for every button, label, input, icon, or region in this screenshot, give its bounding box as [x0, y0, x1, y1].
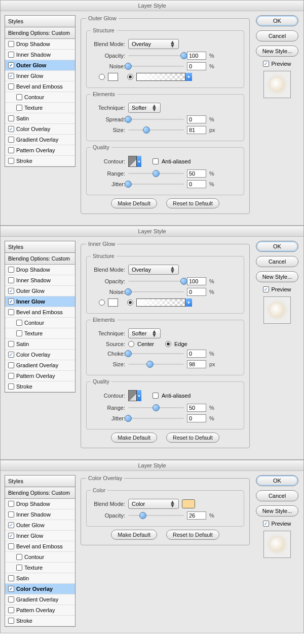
checkbox-icon[interactable]	[16, 105, 22, 111]
checkbox-icon[interactable]	[8, 522, 14, 528]
style-row-drop-shadow[interactable]: Drop Shadow	[5, 499, 75, 509]
style-row-inner-glow[interactable]: Inner Glow	[5, 296, 75, 307]
slider[interactable]	[128, 350, 184, 357]
preview-checkbox[interactable]: Preview	[263, 286, 291, 292]
preview-checkbox[interactable]: Preview	[263, 61, 291, 67]
dropdown[interactable]: Overlay▲▼	[128, 265, 179, 275]
spread-input[interactable]	[187, 115, 206, 123]
color-swatch[interactable]	[108, 73, 118, 81]
anti-aliased-checkbox[interactable]	[153, 393, 159, 399]
checkbox-icon[interactable]	[8, 575, 14, 581]
style-row-color-overlay[interactable]: Color Overlay	[5, 350, 75, 360]
color-swatch[interactable]	[108, 298, 118, 307]
checkbox-icon[interactable]	[8, 137, 14, 143]
checkbox-icon[interactable]	[16, 94, 22, 100]
new-style-button[interactable]: New Style...	[256, 505, 298, 517]
style-row-pattern-overlay[interactable]: Pattern Overlay	[5, 371, 75, 381]
radio-solid-color[interactable]	[99, 299, 105, 306]
checkbox-icon[interactable]	[8, 341, 14, 347]
checkbox-icon[interactable]	[8, 607, 14, 613]
new-style-button[interactable]: New Style...	[256, 271, 298, 282]
checkbox-icon[interactable]	[8, 373, 14, 379]
chevron-down-icon[interactable]: ▼	[136, 156, 141, 167]
style-row-bevel-and-emboss[interactable]: Bevel and Emboss	[5, 541, 75, 552]
size-input[interactable]	[187, 126, 206, 134]
style-row-pattern-overlay[interactable]: Pattern Overlay	[5, 605, 75, 616]
checkbox-icon[interactable]	[16, 330, 22, 336]
checkbox-icon[interactable]	[8, 52, 14, 58]
reset-default-button[interactable]: Reset to Default	[166, 433, 219, 443]
checkbox-icon[interactable]	[16, 565, 22, 571]
style-row-contour[interactable]: Contour	[5, 552, 75, 563]
checkbox-icon[interactable]	[8, 543, 14, 549]
checkbox-icon[interactable]	[8, 511, 14, 518]
style-row-drop-shadow[interactable]: Drop Shadow	[5, 39, 75, 50]
style-row-contour[interactable]: Contour	[5, 92, 75, 103]
style-row-inner-glow[interactable]: Inner Glow	[5, 531, 75, 541]
checkbox-icon[interactable]	[8, 501, 14, 507]
chevron-down-icon[interactable]: ▼	[185, 73, 192, 81]
checkbox-icon[interactable]	[8, 115, 14, 121]
style-row-inner-shadow[interactable]: Inner Shadow	[5, 50, 75, 60]
blending-options-row[interactable]: Blending Options: Custom	[5, 27, 75, 39]
style-row-gradient-overlay[interactable]: Gradient Overlay	[5, 594, 75, 605]
dropdown[interactable]: Softer▲▼	[128, 103, 161, 113]
checkbox-icon[interactable]	[8, 383, 14, 390]
checkbox-icon[interactable]	[8, 533, 14, 539]
contour-picker[interactable]: ▼	[128, 390, 141, 401]
new-style-button[interactable]: New Style...	[256, 46, 298, 57]
style-row-outer-glow[interactable]: Outer Glow	[5, 60, 75, 71]
slider[interactable]	[128, 415, 184, 422]
style-row-outer-glow[interactable]: Outer Glow	[5, 286, 75, 296]
chevron-down-icon[interactable]: ▼	[136, 390, 141, 401]
style-row-drop-shadow[interactable]: Drop Shadow	[5, 265, 75, 275]
checkbox-icon[interactable]	[8, 586, 14, 592]
style-row-outer-glow[interactable]: Outer Glow	[5, 520, 75, 531]
style-row-pattern-overlay[interactable]: Pattern Overlay	[5, 145, 75, 156]
radio-solid-color[interactable]	[99, 74, 105, 80]
style-row-stroke[interactable]: Stroke	[5, 381, 75, 392]
slider[interactable]	[128, 288, 184, 295]
style-row-contour[interactable]: Contour	[5, 318, 75, 328]
style-row-color-overlay[interactable]: Color Overlay	[5, 584, 75, 594]
slider[interactable]	[128, 126, 184, 134]
dropdown[interactable]: Color▲▼	[128, 499, 179, 509]
jitter-input[interactable]	[187, 414, 206, 422]
dropdown[interactable]: Softer▲▼	[128, 328, 161, 338]
checkbox-icon[interactable]	[8, 309, 14, 315]
checkbox-icon[interactable]	[8, 83, 14, 90]
checkbox-icon[interactable]	[8, 618, 14, 624]
slider[interactable]	[128, 52, 184, 59]
ok-button[interactable]: OK	[256, 475, 298, 486]
opacity-input[interactable]	[187, 277, 206, 285]
checkbox-icon[interactable]	[8, 41, 14, 47]
checkbox-icon[interactable]	[16, 320, 22, 326]
checkbox-icon[interactable]	[8, 362, 14, 368]
make-default-button[interactable]: Make Default	[111, 198, 157, 208]
checkbox-icon[interactable]	[263, 286, 269, 292]
choke-input[interactable]	[187, 350, 206, 358]
style-row-gradient-overlay[interactable]: Gradient Overlay	[5, 360, 75, 371]
style-row-satin[interactable]: Satin	[5, 339, 75, 350]
slider[interactable]	[128, 404, 184, 411]
cancel-button[interactable]: Cancel	[256, 30, 298, 41]
jitter-input[interactable]	[187, 180, 206, 188]
slider[interactable]	[128, 361, 184, 368]
checkbox-icon[interactable]	[8, 147, 14, 153]
checkbox-icon[interactable]	[8, 298, 14, 305]
slider[interactable]	[128, 170, 184, 177]
style-row-inner-shadow[interactable]: Inner Shadow	[5, 509, 75, 520]
style-row-stroke[interactable]: Stroke	[5, 156, 75, 166]
make-default-button[interactable]: Make Default	[111, 433, 157, 443]
style-row-texture[interactable]: Texture	[5, 563, 75, 573]
range-input[interactable]	[187, 404, 206, 412]
gradient-picker[interactable]: ▼	[136, 298, 192, 307]
checkbox-icon[interactable]	[8, 596, 14, 603]
reset-default-button[interactable]: Reset to Default	[166, 198, 219, 208]
ok-button[interactable]: OK	[256, 241, 298, 252]
preview-checkbox[interactable]: Preview	[263, 521, 291, 527]
slider[interactable]	[128, 63, 184, 70]
slider[interactable]	[128, 181, 184, 188]
checkbox-icon[interactable]	[8, 62, 14, 68]
style-row-satin[interactable]: Satin	[5, 573, 75, 584]
